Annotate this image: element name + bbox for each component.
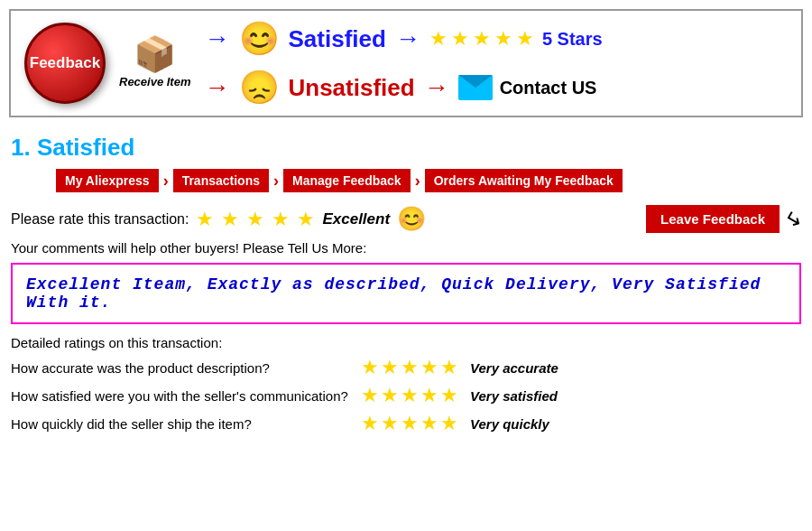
rs2-s2: ★ bbox=[381, 384, 399, 407]
arrow-red-unsatisfied: → bbox=[205, 73, 230, 102]
satisfied-row: → 😊 Satisfied → ★ ★ ★ ★ ★ 5 Stars bbox=[205, 20, 789, 58]
rs2-s3: ★ bbox=[401, 384, 419, 407]
excellent-text: Excellent bbox=[322, 210, 390, 228]
rating-row-3: How quickly did the seller ship the item… bbox=[11, 412, 801, 435]
rs2-s1: ★ bbox=[361, 384, 379, 407]
rate-star4: ★ bbox=[272, 208, 290, 231]
rs3-s1: ★ bbox=[361, 412, 379, 435]
rate-star1: ★ bbox=[196, 208, 214, 231]
detailed-section: Detailed ratings on this transaction: Ho… bbox=[11, 335, 801, 435]
rs3-s2: ★ bbox=[381, 412, 399, 435]
rating-answer-3: Very quickly bbox=[470, 416, 549, 432]
star2: ★ bbox=[451, 27, 469, 51]
rate-label: Please rate this transaction: bbox=[11, 211, 189, 228]
package-icon: 📦 bbox=[134, 37, 176, 71]
rs1-s5: ★ bbox=[440, 356, 458, 379]
feedback-label: Feedback bbox=[30, 54, 100, 72]
unsatisfied-text: Unsatisfied bbox=[289, 74, 415, 102]
rate-section: Please rate this transaction: ★ ★ ★ ★ ★ … bbox=[11, 205, 801, 233]
breadcrumb-transactions[interactable]: Transactions bbox=[173, 169, 269, 192]
rs2-s5: ★ bbox=[440, 384, 458, 407]
rs3-s4: ★ bbox=[420, 412, 438, 435]
rating-answer-2: Very satisfied bbox=[470, 388, 558, 404]
rating-row-1: How accurate was the product description… bbox=[11, 356, 801, 379]
contact-group: Contact US bbox=[458, 75, 597, 100]
breadcrumb-arrow-3: › bbox=[415, 172, 420, 191]
arrow-blue-stars: → bbox=[395, 24, 420, 53]
rs1-s4: ★ bbox=[420, 356, 438, 379]
curved-arrow-icon: ↵ bbox=[778, 203, 806, 234]
breadcrumb-my-aliexpress[interactable]: My Aliexpress bbox=[56, 169, 159, 192]
rs3-s3: ★ bbox=[401, 412, 419, 435]
top-banner: Feedback 📦 Receive Item → 😊 Satisfied → … bbox=[9, 9, 803, 117]
star5: ★ bbox=[516, 27, 534, 51]
leave-feedback-group: Leave Feedback ↵ bbox=[646, 205, 801, 233]
receive-item-group: 📦 Receive Item bbox=[119, 37, 191, 89]
rs2-s4: ★ bbox=[420, 384, 438, 407]
rate-star3: ★ bbox=[246, 208, 264, 231]
feedback-badge: Feedback bbox=[24, 23, 106, 104]
section1: 1. Satisfied My Aliexpress › Transaction… bbox=[0, 126, 812, 443]
rating-row-2: How satisfied were you with the seller's… bbox=[11, 384, 801, 407]
five-stars-area: ★ ★ ★ ★ ★ 5 Stars bbox=[429, 27, 603, 51]
rating-question-2: How satisfied were you with the seller's… bbox=[11, 388, 354, 404]
breadcrumb: My Aliexpress › Transactions › Manage Fe… bbox=[11, 169, 801, 192]
satisfied-text: Satisfied bbox=[289, 25, 386, 53]
star1: ★ bbox=[429, 27, 448, 51]
feedback-input-box[interactable]: Excellent Iteam, Exactly as described, Q… bbox=[11, 263, 801, 324]
arrow-red-contact: → bbox=[424, 73, 449, 102]
breadcrumb-orders-awaiting[interactable]: Orders Awaiting My Feedback bbox=[425, 169, 623, 192]
rs3-s5: ★ bbox=[440, 412, 458, 435]
unsatisfied-row: → 😞 Unsatisfied → Contact US bbox=[205, 69, 789, 107]
detailed-title: Detailed ratings on this transaction: bbox=[11, 335, 801, 350]
arrow-blue-satisfied: → bbox=[205, 24, 230, 53]
star3: ★ bbox=[473, 27, 491, 51]
leave-feedback-button[interactable]: Leave Feedback bbox=[646, 205, 780, 233]
comments-label: Your comments will help other buyers! Pl… bbox=[11, 240, 801, 256]
rate-star2: ★ bbox=[221, 208, 239, 231]
rate-star5: ★ bbox=[297, 208, 315, 231]
rating-question-3: How quickly did the seller ship the item… bbox=[11, 416, 354, 432]
rs1-s3: ★ bbox=[401, 356, 419, 379]
star4: ★ bbox=[494, 27, 512, 51]
sad-emoji: 😞 bbox=[239, 69, 280, 107]
happy-emoji: 😊 bbox=[239, 20, 280, 58]
five-stars-label: 5 Stars bbox=[542, 29, 603, 50]
breadcrumb-arrow-1: › bbox=[163, 172, 169, 191]
breadcrumb-manage-feedback[interactable]: Manage Feedback bbox=[283, 169, 411, 192]
mail-icon bbox=[458, 75, 493, 100]
section-title: 1. Satisfied bbox=[11, 134, 801, 162]
rating-question-1: How accurate was the product description… bbox=[11, 360, 354, 376]
banner-flow: → 😊 Satisfied → ★ ★ ★ ★ ★ 5 Stars → 😞 Un… bbox=[205, 20, 789, 107]
breadcrumb-arrow-2: › bbox=[273, 172, 279, 191]
rs1-s1: ★ bbox=[361, 356, 379, 379]
rating-stars-2: ★ ★ ★ ★ ★ bbox=[361, 384, 458, 407]
smiley-rate-icon: 😊 bbox=[397, 205, 426, 233]
rating-stars-3: ★ ★ ★ ★ ★ bbox=[361, 412, 458, 435]
contact-us-text: Contact US bbox=[500, 78, 597, 98]
rating-stars-1: ★ ★ ★ ★ ★ bbox=[361, 356, 458, 379]
receive-label: Receive Item bbox=[119, 75, 191, 89]
rating-answer-1: Very accurate bbox=[470, 360, 558, 376]
rate-left: Please rate this transaction: ★ ★ ★ ★ ★ … bbox=[11, 205, 426, 233]
rs1-s2: ★ bbox=[381, 356, 399, 379]
